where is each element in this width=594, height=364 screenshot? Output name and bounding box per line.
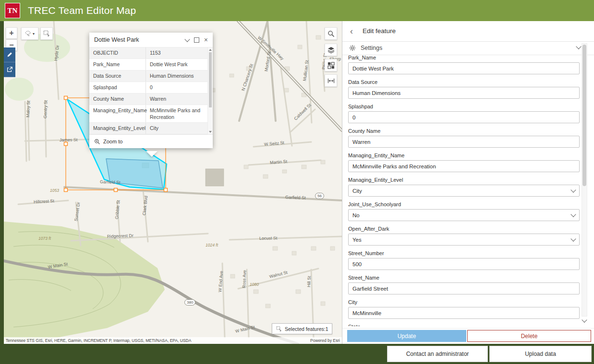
chevron-down-icon — [570, 211, 576, 217]
popup-collapse-button[interactable] — [185, 39, 189, 41]
field-select[interactable]: City — [348, 185, 580, 197]
field-label: County Name — [348, 128, 580, 134]
zoom-in-button[interactable]: + — [6, 27, 17, 39]
field-select[interactable]: No — [348, 209, 580, 221]
popup-pointer — [146, 151, 158, 157]
panel-actions: Update Delete — [342, 328, 594, 344]
contact-administrator-button[interactable]: Contact an administrator — [387, 346, 488, 362]
tn-logo: TN — [5, 3, 20, 18]
map-view[interactable]: Hyde DrMaloy StGentry StJames StGarfield… — [4, 21, 342, 344]
field-input[interactable] — [348, 307, 580, 319]
basemap-gallery-button[interactable] — [325, 59, 337, 71]
edit-feature-panel: ‹ Edit feature Settings Park_NameData So… — [342, 21, 594, 344]
chevron-down-icon — [576, 44, 581, 49]
feature-form: Park_NameData SourceSplashpadCounty Name… — [348, 55, 580, 326]
field-label: Open_After_Dark — [348, 226, 580, 232]
popup-attribute-value: McMinnville Parks and Recreation — [146, 105, 213, 122]
measure-button[interactable] — [325, 74, 337, 87]
search-button[interactable] — [325, 27, 337, 40]
app-footer: Contact an administrator Upload data — [0, 344, 594, 364]
form-field-managing-entity-level: Managing_Entity_LevelCity — [348, 177, 580, 197]
powered-by-esri: Powered by Esri — [310, 338, 340, 343]
update-button[interactable]: Update — [347, 330, 466, 342]
form-field-data-source: Data Source — [348, 79, 580, 99]
popup-attribute-row: Park_NameDottie West Park — [89, 59, 213, 70]
field-label: Street_Name — [348, 275, 580, 281]
field-label: Park_Name — [348, 55, 580, 60]
popup-attribute-value: Human Dimensions — [146, 70, 213, 82]
popup-dock-button[interactable] — [194, 37, 199, 43]
search-icon — [327, 30, 335, 37]
scroll-down-icon[interactable] — [582, 317, 587, 322]
field-input[interactable] — [348, 160, 580, 172]
chevron-down-icon — [570, 187, 576, 192]
app-title: TREC Team Editor Map — [28, 0, 136, 21]
popup-attribute-value: 1153 — [146, 47, 213, 59]
scroll-thumb[interactable] — [582, 45, 586, 186]
field-input[interactable] — [348, 258, 580, 270]
popup-attribute-table: OBJECTID1153Park_NameDottie West ParkDat… — [89, 47, 213, 134]
panel-scrollbar[interactable] — [582, 43, 587, 317]
settings-label: Settings — [361, 41, 382, 55]
popup-attribute-row: Managing_Entity_LevelCity — [89, 123, 213, 134]
layers-icon — [327, 47, 335, 54]
popup-zoom-to[interactable]: Zoom to — [89, 134, 213, 148]
layers-button[interactable] — [325, 44, 337, 56]
popup-attribute-label: Managing_Entity_Name — [89, 105, 146, 122]
panel-title: Edit feature — [363, 21, 396, 41]
close-icon: × — [204, 36, 208, 44]
field-label: Managing_Entity_Name — [348, 153, 580, 158]
field-select[interactable]: Yes — [348, 234, 580, 246]
form-field-managing-entity-name: Managing_Entity_Name — [348, 153, 580, 172]
popup-attribute-label: Park_Name — [89, 59, 146, 70]
settings-section-header[interactable]: Settings — [342, 41, 594, 55]
form-field-state: State — [348, 324, 580, 326]
popup-attribute-row: County NameWarren — [89, 94, 213, 105]
lasso-select-icon — [25, 30, 32, 37]
field-input[interactable] — [348, 136, 580, 148]
dock-icon — [194, 37, 199, 43]
field-input[interactable] — [348, 87, 580, 99]
form-field-joint-use-schoolyard: Joint_Use_SchoolyardNo — [348, 201, 580, 221]
field-select-value: City — [352, 188, 362, 194]
selection-cursor-icon — [276, 326, 282, 332]
delete-button[interactable]: Delete — [467, 330, 591, 342]
popup-close-button[interactable]: × — [204, 36, 208, 44]
form-field-street-name: Street_Name — [348, 275, 580, 294]
popup-attribute-value: 0 — [146, 82, 213, 93]
zoom-to-label: Zoom to — [103, 139, 122, 144]
field-input[interactable] — [348, 111, 580, 123]
rectangle-select-icon — [43, 30, 50, 37]
popup-attribute-value: Dottie West Park — [146, 59, 213, 70]
scroll-down-icon[interactable] — [209, 131, 212, 133]
form-field-county-name: County Name — [348, 128, 580, 148]
share-export-icon — [6, 66, 13, 73]
scroll-up-icon[interactable] — [209, 49, 212, 51]
field-label: Joint_Use_Schoolyard — [348, 201, 580, 207]
upload-data-button[interactable]: Upload data — [489, 346, 592, 362]
popup-titlebar[interactable]: Dottie West Park × — [89, 33, 213, 47]
popup-attribute-row: Data SourceHuman Dimensions — [89, 70, 213, 82]
form-field-splashpad: Splashpad — [348, 104, 580, 123]
form-field-open-after-dark: Open_After_DarkYes — [348, 226, 580, 246]
basemap-grid-icon — [327, 62, 335, 69]
scroll-thumb[interactable] — [209, 52, 212, 107]
popup-attribute-label: Splashpad — [89, 82, 146, 93]
field-input[interactable] — [348, 62, 580, 74]
export-button[interactable] — [4, 62, 15, 77]
popup-scrollbar[interactable] — [207, 47, 213, 134]
form-field-street-number: Street_Number — [348, 250, 580, 270]
zoom-to-icon — [94, 139, 100, 145]
selected-features-badge: Selected features:1 — [272, 323, 332, 334]
popup-attribute-label: Data Source — [89, 70, 146, 82]
edit-feature-button[interactable] — [4, 47, 15, 62]
field-label: Managing_Entity_Level — [348, 177, 580, 183]
popup-attribute-row: Splashpad0 — [89, 82, 213, 94]
gear-icon — [349, 45, 356, 51]
select-tool-button[interactable]: ▾ — [21, 27, 38, 40]
rectangle-select-button[interactable] — [40, 27, 53, 40]
back-button[interactable]: ‹ — [345, 25, 358, 37]
field-select-value: Yes — [352, 237, 362, 243]
editor-toolbar — [4, 47, 15, 77]
field-input[interactable] — [348, 282, 580, 294]
